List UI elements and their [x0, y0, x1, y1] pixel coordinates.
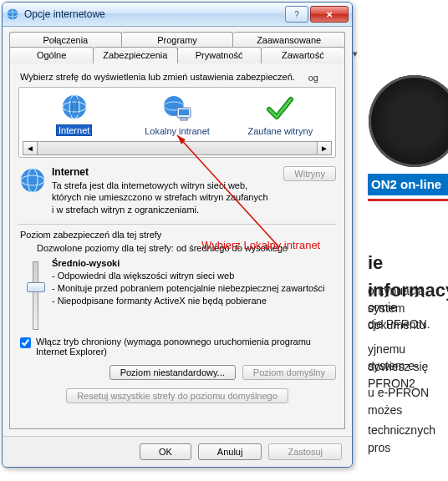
tab-content[interactable]: Zawartość — [262, 47, 345, 63]
reset-all-zones-button[interactable]: Resetuj wszystkie strefy do poziomu domy… — [66, 388, 288, 403]
svg-point-10 — [21, 169, 44, 192]
current-zone-name: Internet — [52, 166, 89, 178]
dialog-footer: OK Anuluj Zastosuj — [3, 436, 352, 467]
tabs: Połączenia Programy Zaawansowane Ogólne … — [3, 27, 352, 63]
zones-list: Internet Lokalny intranet Zaufane witryn… — [18, 87, 336, 158]
bg-text-3: cje PFRON. — [368, 316, 445, 333]
help-button[interactable]: ? — [285, 6, 308, 23]
security-bullet-1: - Odpowiedni dla większości witryn sieci… — [52, 270, 336, 282]
current-zone-section: Internet Ta strefa jest dla internetowyc… — [18, 166, 336, 215]
scroll-track[interactable] — [38, 141, 317, 155]
tab-security[interactable]: Zabezpieczenia — [94, 47, 177, 63]
zone-overflow-hint: og — [308, 73, 318, 140]
sites-button[interactable]: Witryny — [283, 166, 336, 181]
allowed-levels-text: Dozwolone poziomy dla tej strefy: od śre… — [37, 243, 336, 253]
cancel-button[interactable]: Anuluj — [198, 443, 262, 460]
internet-options-dialog: Opcje internetowe ? ✕ Połączenia Program… — [2, 2, 353, 468]
chevron-down-icon[interactable]: ▾ — [353, 48, 358, 59]
bg-text-6: u e-PFRON możes — [368, 384, 445, 419]
window-title: Opcje internetowe — [24, 8, 283, 20]
ok-button[interactable]: OK — [140, 443, 191, 460]
bg-text-7: technicznych pros — [368, 422, 445, 457]
security-bullet-2: - Monituje przed pobraniem potencjalnie … — [52, 282, 336, 295]
close-button[interactable]: ✕ — [310, 6, 349, 23]
zone-internet[interactable]: Internet — [33, 93, 116, 136]
intro-text: Wybierz strefę do wyświetlenia lub zmień… — [20, 72, 336, 82]
slider-thumb[interactable] — [27, 282, 45, 292]
tab-general[interactable]: Ogólne — [9, 47, 94, 63]
tab-advanced[interactable]: Zaawansowane — [233, 32, 345, 48]
tab-programs[interactable]: Programy — [122, 32, 234, 48]
zones-scrollbar[interactable]: ◄ ► — [23, 141, 332, 155]
globe-icon — [18, 166, 47, 215]
zone-trusted-sites-label: Zaufane witryny — [247, 126, 313, 136]
titlebar[interactable]: Opcje internetowe ? ✕ — [3, 3, 352, 27]
internet-options-icon — [6, 8, 19, 21]
globe-icon — [60, 93, 89, 121]
zone-local-intranet[interactable]: Lokalny intranet — [135, 94, 219, 136]
globe-monitor-icon — [162, 94, 192, 123]
tab-privacy[interactable]: Prywatność — [178, 47, 262, 63]
security-bullet-3: - Niepodpisane formanty ActiveX nie będą… — [52, 295, 336, 307]
tab-connections[interactable]: Połączenia — [9, 32, 122, 48]
scroll-left-button[interactable]: ◄ — [23, 141, 38, 155]
divider — [18, 224, 336, 225]
security-level-section: Poziom zabezpieczeń dla tej strefy Dozwo… — [18, 230, 336, 405]
current-zone-desc: Ta strefa jest dla internetowych witryn … — [52, 180, 269, 215]
security-panel: Wybierz strefę do wyświetlenia lub zmień… — [9, 63, 345, 429]
protected-mode-checkbox[interactable] — [20, 337, 31, 348]
default-level-button[interactable]: Poziom domyślny — [242, 365, 336, 380]
zone-internet-label: Internet — [56, 124, 92, 136]
clock-graphic — [369, 75, 448, 167]
security-level-name: Średnio-wysoki — [52, 258, 336, 268]
custom-level-button[interactable]: Poziom niestandardowy... — [109, 365, 236, 380]
red-divider — [368, 199, 448, 201]
security-level-heading: Poziom zabezpieczeń dla tej strefy — [20, 230, 336, 240]
apply-button[interactable]: Zastosuj — [268, 443, 342, 460]
svg-rect-8 — [179, 109, 189, 115]
scroll-right-button[interactable]: ► — [317, 141, 332, 155]
protected-mode-row[interactable]: Włącz tryb chroniony (wymaga ponownego u… — [20, 337, 336, 357]
security-slider[interactable] — [18, 258, 52, 330]
protected-mode-label: Włącz tryb chroniony (wymaga ponownego u… — [36, 337, 336, 357]
menu-bar: ON2 on-line — [368, 174, 448, 195]
svg-point-2 — [63, 95, 86, 119]
zone-local-intranet-label: Lokalny intranet — [145, 126, 210, 136]
checkmark-icon — [266, 94, 294, 123]
svg-rect-9 — [181, 118, 187, 120]
